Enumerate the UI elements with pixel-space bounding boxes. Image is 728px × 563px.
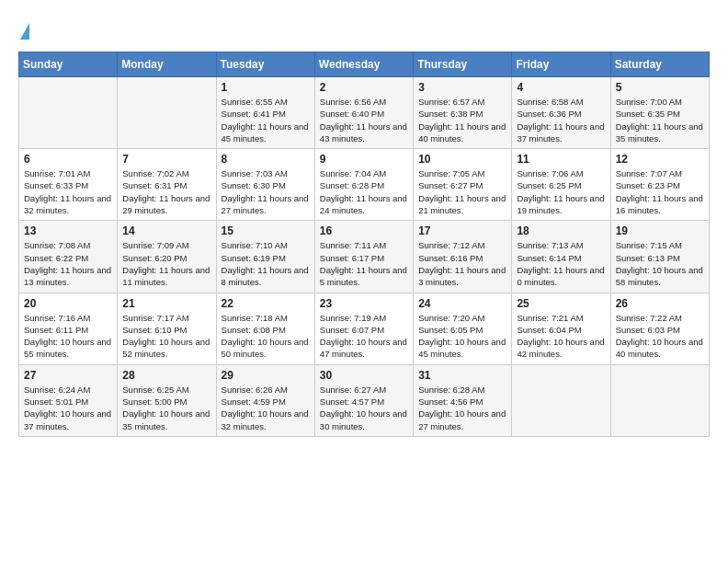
day-info: Sunrise: 7:04 AM Sunset: 6:28 PM Dayligh… [320,167,408,216]
day-number: 11 [517,153,605,166]
calendar-cell: 29Sunrise: 6:26 AM Sunset: 4:59 PM Dayli… [216,364,314,436]
calendar-cell: 2Sunrise: 6:56 AM Sunset: 6:40 PM Daylig… [314,77,413,149]
weekday-header-tuesday: Tuesday [216,52,314,77]
weekday-header-saturday: Saturday [610,52,709,77]
calendar-cell: 19Sunrise: 7:15 AM Sunset: 6:13 PM Dayli… [610,221,709,293]
day-info: Sunrise: 7:06 AM Sunset: 6:25 PM Dayligh… [517,167,605,216]
calendar-cell: 15Sunrise: 7:10 AM Sunset: 6:19 PM Dayli… [216,221,314,293]
day-number: 16 [320,224,408,237]
calendar-cell: 20Sunrise: 7:16 AM Sunset: 6:11 PM Dayli… [19,293,118,364]
calendar-cell: 25Sunrise: 7:21 AM Sunset: 6:04 PM Dayli… [512,293,610,364]
weekday-header-friday: Friday [512,52,610,77]
calendar-cell: 5Sunrise: 7:00 AM Sunset: 6:35 PM Daylig… [610,77,709,149]
weekday-header-sunday: Sunday [19,52,118,77]
calendar-cell: 28Sunrise: 6:25 AM Sunset: 5:00 PM Dayli… [118,364,216,436]
week-row-2: 6Sunrise: 7:01 AM Sunset: 6:33 PM Daylig… [19,149,710,221]
calendar-cell: 14Sunrise: 7:09 AM Sunset: 6:20 PM Dayli… [118,221,216,293]
weekday-header-monday: Monday [118,52,216,77]
calendar-cell: 6Sunrise: 7:01 AM Sunset: 6:33 PM Daylig… [19,149,118,221]
day-number: 18 [517,224,605,237]
day-number: 31 [418,369,506,382]
day-number: 1 [222,81,310,94]
day-number: 3 [418,81,506,94]
day-number: 23 [320,297,408,310]
day-info: Sunrise: 7:10 AM Sunset: 6:19 PM Dayligh… [222,239,310,288]
page-header [18,18,710,42]
day-number: 29 [222,369,310,382]
day-info: Sunrise: 7:19 AM Sunset: 6:07 PM Dayligh… [320,312,408,361]
calendar-cell: 27Sunrise: 6:24 AM Sunset: 5:01 PM Dayli… [19,364,118,436]
calendar-cell: 17Sunrise: 7:12 AM Sunset: 6:16 PM Dayli… [414,221,512,293]
day-info: Sunrise: 7:18 AM Sunset: 6:08 PM Dayligh… [222,312,310,361]
day-info: Sunrise: 6:28 AM Sunset: 4:56 PM Dayligh… [418,384,506,432]
day-number: 9 [320,153,408,166]
calendar-cell: 24Sunrise: 7:20 AM Sunset: 6:05 PM Dayli… [414,293,512,364]
day-info: Sunrise: 7:01 AM Sunset: 6:33 PM Dayligh… [24,167,112,216]
calendar-body: 1Sunrise: 6:55 AM Sunset: 6:41 PM Daylig… [19,77,710,437]
calendar-cell: 22Sunrise: 7:18 AM Sunset: 6:08 PM Dayli… [216,293,314,364]
calendar-cell: 31Sunrise: 6:28 AM Sunset: 4:56 PM Dayli… [414,364,512,436]
day-number: 10 [418,153,506,166]
week-row-1: 1Sunrise: 6:55 AM Sunset: 6:41 PM Daylig… [19,77,710,149]
calendar-cell: 4Sunrise: 6:58 AM Sunset: 6:36 PM Daylig… [512,77,610,149]
calendar-cell: 13Sunrise: 7:08 AM Sunset: 6:22 PM Dayli… [19,221,118,293]
calendar-cell: 7Sunrise: 7:02 AM Sunset: 6:31 PM Daylig… [118,149,216,221]
day-number: 8 [222,153,310,166]
day-number: 4 [517,81,605,94]
day-number: 14 [122,224,210,237]
calendar-cell: 3Sunrise: 6:57 AM Sunset: 6:38 PM Daylig… [414,77,512,149]
day-info: Sunrise: 7:21 AM Sunset: 6:04 PM Dayligh… [517,312,605,361]
day-number: 27 [24,369,112,382]
logo-text [18,18,29,42]
day-number: 13 [24,224,112,237]
day-info: Sunrise: 7:08 AM Sunset: 6:22 PM Dayligh… [24,239,112,288]
day-info: Sunrise: 7:03 AM Sunset: 6:30 PM Dayligh… [222,167,310,216]
day-number: 20 [24,297,112,310]
calendar-table: SundayMondayTuesdayWednesdayThursdayFrid… [18,52,710,437]
calendar-cell: 26Sunrise: 7:22 AM Sunset: 6:03 PM Dayli… [610,293,709,364]
day-info: Sunrise: 7:02 AM Sunset: 6:31 PM Dayligh… [122,167,210,216]
calendar-cell [19,77,118,149]
calendar-cell: 8Sunrise: 7:03 AM Sunset: 6:30 PM Daylig… [216,149,314,221]
week-row-4: 20Sunrise: 7:16 AM Sunset: 6:11 PM Dayli… [19,293,710,364]
week-row-3: 13Sunrise: 7:08 AM Sunset: 6:22 PM Dayli… [19,221,710,293]
logo [18,18,29,42]
day-info: Sunrise: 7:12 AM Sunset: 6:16 PM Dayligh… [418,239,506,288]
day-number: 6 [24,153,112,166]
day-number: 12 [616,153,704,166]
calendar-cell: 1Sunrise: 6:55 AM Sunset: 6:41 PM Daylig… [216,77,314,149]
day-number: 22 [222,297,310,310]
day-info: Sunrise: 6:25 AM Sunset: 5:00 PM Dayligh… [122,384,210,432]
calendar-cell: 10Sunrise: 7:05 AM Sunset: 6:27 PM Dayli… [414,149,512,221]
day-number: 15 [222,224,310,237]
day-number: 5 [616,81,704,94]
calendar-cell: 23Sunrise: 7:19 AM Sunset: 6:07 PM Dayli… [314,293,413,364]
calendar-cell [512,364,610,436]
day-info: Sunrise: 7:15 AM Sunset: 6:13 PM Dayligh… [616,239,704,288]
weekday-header-row: SundayMondayTuesdayWednesdayThursdayFrid… [19,52,710,77]
day-info: Sunrise: 7:17 AM Sunset: 6:10 PM Dayligh… [122,312,210,361]
day-info: Sunrise: 7:07 AM Sunset: 6:23 PM Dayligh… [616,167,704,216]
day-number: 24 [418,297,506,310]
day-info: Sunrise: 6:27 AM Sunset: 4:57 PM Dayligh… [320,384,408,432]
calendar-cell: 12Sunrise: 7:07 AM Sunset: 6:23 PM Dayli… [610,149,709,221]
calendar-cell: 11Sunrise: 7:06 AM Sunset: 6:25 PM Dayli… [512,149,610,221]
day-number: 30 [320,369,408,382]
calendar-cell: 21Sunrise: 7:17 AM Sunset: 6:10 PM Dayli… [118,293,216,364]
day-number: 21 [122,297,210,310]
day-number: 7 [122,153,210,166]
day-info: Sunrise: 6:57 AM Sunset: 6:38 PM Dayligh… [418,96,506,144]
day-number: 25 [517,297,605,310]
calendar-cell: 18Sunrise: 7:13 AM Sunset: 6:14 PM Dayli… [512,221,610,293]
day-info: Sunrise: 7:05 AM Sunset: 6:27 PM Dayligh… [418,167,506,216]
day-info: Sunrise: 7:20 AM Sunset: 6:05 PM Dayligh… [418,312,506,361]
weekday-header-wednesday: Wednesday [314,52,413,77]
day-info: Sunrise: 7:13 AM Sunset: 6:14 PM Dayligh… [517,239,605,288]
day-info: Sunrise: 7:11 AM Sunset: 6:17 PM Dayligh… [320,239,408,288]
day-info: Sunrise: 7:22 AM Sunset: 6:03 PM Dayligh… [616,312,704,361]
day-info: Sunrise: 6:58 AM Sunset: 6:36 PM Dayligh… [517,96,605,144]
day-number: 2 [320,81,408,94]
day-number: 17 [418,224,506,237]
day-info: Sunrise: 6:24 AM Sunset: 5:01 PM Dayligh… [24,384,112,432]
day-info: Sunrise: 7:09 AM Sunset: 6:20 PM Dayligh… [122,239,210,288]
